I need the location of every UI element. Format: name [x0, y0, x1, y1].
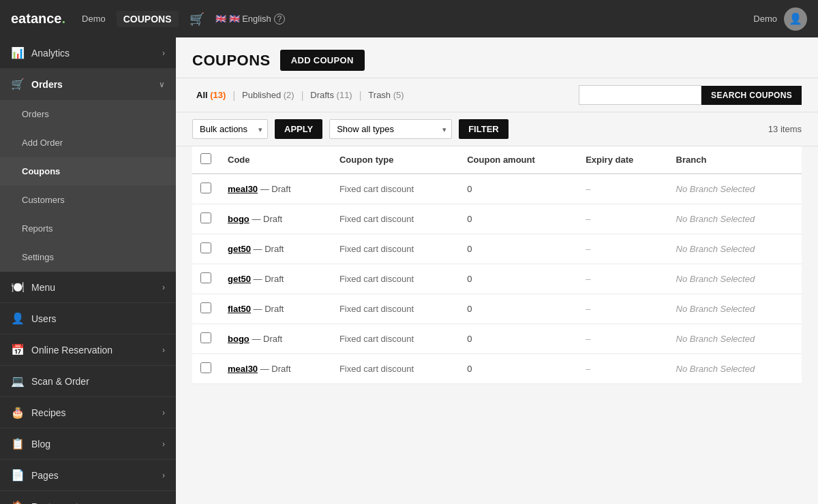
sidebar-label-pages: Pages [31, 470, 155, 481]
bulk-actions-dropdown[interactable]: Bulk actions [192, 119, 268, 139]
main-content: COUPONS ADD COUPON All (13) | Published … [176, 37, 818, 504]
sidebar-item-pages[interactable]: 📄 Pages › [0, 460, 176, 491]
row-checkbox-4[interactable] [200, 302, 211, 313]
sidebar-item-menu[interactable]: 🍽️ Menu › [0, 272, 176, 303]
row-type-6: Fixed cart discount [331, 354, 459, 384]
coupon-status-4: — Draft [254, 304, 284, 314]
search-input[interactable] [579, 85, 701, 105]
sidebar-item-blog[interactable]: 📋 Blog › [0, 428, 176, 460]
table-row: get50 — Draft Fixed cart discount 0 – No… [192, 234, 802, 264]
row-amount-5: 0 [459, 324, 577, 354]
filter-tab-trash[interactable]: Trash (5) [364, 90, 408, 100]
sidebar-subitem-customers[interactable]: Customers [0, 186, 176, 215]
sidebar-item-recipes[interactable]: 🎂 Recipes › [0, 397, 176, 428]
top-nav: eatance. Demo COUPONS 🛒 🇬🇧 🇬🇧 English ? … [0, 0, 818, 37]
cart-icon[interactable]: 🛒 [190, 12, 204, 27]
apply-button[interactable]: APPLY [275, 119, 322, 139]
sidebar-item-restaurants[interactable]: 🏠 Restaurants › [0, 491, 176, 504]
sidebar-sublabel-orders: Orders [22, 109, 165, 119]
add-coupon-button[interactable]: ADD COUPON [280, 50, 365, 71]
table-row: bogo — Draft Fixed cart discount 0 – No … [192, 324, 802, 354]
table-body: meal30 — Draft Fixed cart discount 0 – N… [192, 174, 802, 384]
topnav-user-label: Demo [753, 14, 777, 24]
coupon-code-link-5[interactable]: bogo [228, 334, 249, 344]
table-row: meal30 — Draft Fixed cart discount 0 – N… [192, 174, 802, 204]
sidebar-item-orders[interactable]: 🛒 Orders ∨ [0, 69, 176, 100]
sidebar-item-users[interactable]: 👤 Users [0, 303, 176, 334]
row-type-5: Fixed cart discount [331, 324, 459, 354]
brand-logo[interactable]: eatance. [11, 11, 65, 27]
coupon-code-link-1[interactable]: bogo [228, 214, 249, 224]
sidebar-label-orders: Orders [31, 79, 152, 90]
filter-tab-all[interactable]: All (13) [192, 90, 230, 100]
coupon-code-link-6[interactable]: meal30 [228, 364, 258, 374]
row-branch-4: No Branch Selected [668, 294, 802, 324]
topnav-demo-label: Demo [82, 14, 106, 24]
sidebar-subitem-settings[interactable]: Settings [0, 243, 176, 272]
scan-icon: 💻 [11, 375, 25, 388]
row-expiry-4: – [577, 294, 667, 324]
chevron-right-icon-pages: › [162, 471, 165, 480]
row-checkbox-cell [192, 234, 219, 264]
row-checkbox-2[interactable] [200, 242, 211, 253]
row-amount-1: 0 [459, 204, 577, 234]
filter-tab-drafts[interactable]: Drafts (11) [306, 90, 356, 100]
row-checkbox-cell [192, 264, 219, 294]
row-code-5: bogo — Draft [219, 324, 331, 354]
show-all-types-wrapper: Show all types ▾ [329, 119, 452, 139]
search-coupons-button[interactable]: SEARCH COUPONS [701, 86, 802, 105]
select-all-checkbox[interactable] [200, 153, 211, 164]
sidebar-sublabel-settings: Settings [22, 252, 165, 262]
row-amount-6: 0 [459, 354, 577, 384]
row-checkbox-6[interactable] [200, 362, 211, 373]
row-type-2: Fixed cart discount [331, 234, 459, 264]
sidebar-subitem-reports[interactable]: Reports [0, 215, 176, 243]
row-amount-0: 0 [459, 174, 577, 204]
row-checkbox-0[interactable] [200, 183, 211, 193]
reservation-icon: 📅 [11, 343, 25, 356]
sidebar-label-blog: Blog [31, 439, 155, 450]
sidebar-subitem-coupons[interactable]: Coupons [0, 157, 176, 186]
sidebar-item-scan-order[interactable]: 💻 Scan & Order [0, 366, 176, 397]
coupon-code-link-2[interactable]: get50 [228, 244, 251, 254]
user-avatar[interactable]: 👤 [784, 7, 807, 31]
sidebar-item-online-reservation[interactable]: 📅 Online Reservation › [0, 334, 176, 366]
row-checkbox-cell [192, 174, 219, 204]
coupon-code-link-0[interactable]: meal30 [228, 184, 258, 194]
sidebar-item-analytics[interactable]: 📊 Analytics › [0, 37, 176, 69]
filter-tab-published[interactable]: Published (2) [238, 90, 299, 100]
sidebar-sublabel-reports: Reports [22, 223, 165, 234]
row-checkbox-cell [192, 324, 219, 354]
analytics-icon: 📊 [11, 46, 25, 59]
row-checkbox-5[interactable] [200, 332, 211, 343]
table-row: bogo — Draft Fixed cart discount 0 – No … [192, 204, 802, 234]
row-branch-3: No Branch Selected [668, 264, 802, 294]
row-branch-5: No Branch Selected [668, 324, 802, 354]
topnav-active-section: COUPONS [117, 11, 179, 27]
language-selector[interactable]: 🇬🇧 🇬🇧 English ? [215, 14, 285, 25]
sidebar-subitem-orders[interactable]: Orders [0, 100, 176, 129]
filter-button[interactable]: FILTER [459, 119, 509, 139]
filter-tabs: All (13) | Published (2) | Drafts (11) |… [192, 90, 579, 101]
row-expiry-0: – [577, 174, 667, 204]
row-expiry-6: – [577, 354, 667, 384]
blog-icon: 📋 [11, 437, 25, 450]
chevron-right-icon-menu: › [162, 283, 165, 292]
recipes-icon: 🎂 [11, 406, 25, 419]
col-coupon-type: Coupon type [331, 146, 459, 174]
row-type-3: Fixed cart discount [331, 264, 459, 294]
help-icon[interactable]: ? [274, 14, 285, 25]
language-label: 🇬🇧 English [229, 14, 271, 24]
row-checkbox-3[interactable] [200, 272, 211, 283]
row-checkbox-cell [192, 204, 219, 234]
sidebar-sublabel-add-order: Add Order [22, 138, 165, 148]
row-checkbox-1[interactable] [200, 212, 211, 223]
row-code-0: meal30 — Draft [219, 174, 331, 204]
filter-count-all: (13) [210, 90, 226, 100]
coupon-code-link-3[interactable]: get50 [228, 274, 251, 284]
coupon-code-link-4[interactable]: flat50 [228, 304, 251, 314]
sidebar-subitem-add-order[interactable]: Add Order [0, 129, 176, 157]
sidebar-label-restaurants: Restaurants [31, 501, 155, 505]
row-branch-2: No Branch Selected [668, 234, 802, 264]
show-all-types-dropdown[interactable]: Show all types [329, 119, 452, 139]
